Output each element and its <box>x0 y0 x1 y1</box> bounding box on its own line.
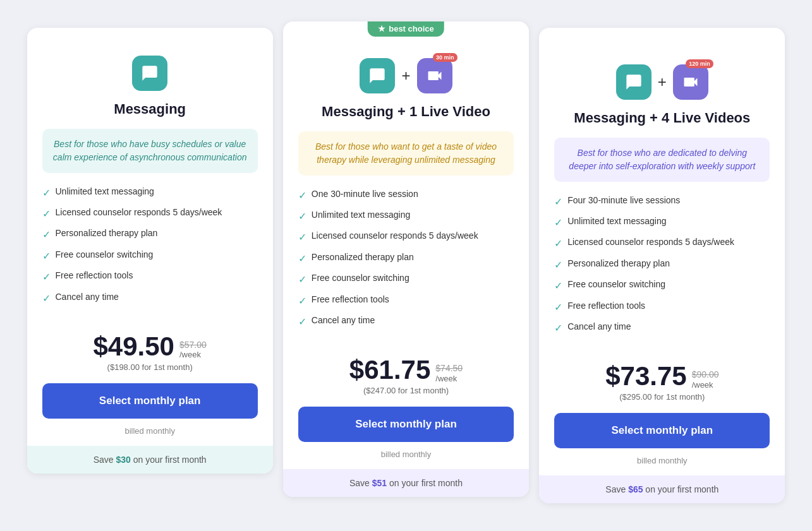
plan-icon <box>42 56 258 91</box>
feature-item: ✓ Free counselor switching <box>42 249 258 263</box>
feature-text: Licensed counselor responds 5 days/week <box>56 206 222 219</box>
check-icon: ✓ <box>42 292 51 306</box>
feature-item: ✓ Personalized therapy plan <box>554 258 770 272</box>
feature-text: Personalized therapy plan <box>312 251 414 264</box>
feature-text: Unlimited text messaging <box>567 215 666 228</box>
feature-text: Licensed counselor responds 5 days/week <box>312 230 478 242</box>
feature-item: ✓ Cancel any time <box>298 314 514 329</box>
feature-item: ✓ Four 30-minute live sessions <box>554 194 770 209</box>
best-choice-badge: ★ best choice <box>368 21 444 37</box>
price-row: $61.75 $74.50 /week <box>298 357 514 383</box>
plan-card-messaging-video-4: + 120 min Messaging + 4 Live Videos Best… <box>539 28 785 504</box>
features-list: ✓ Four 30-minute live sessions ✓ Unlimit… <box>554 194 770 342</box>
price-main: $73.75 <box>605 363 686 390</box>
price-strikethrough: $90.00 <box>692 369 719 380</box>
feature-text: Unlimited text messaging <box>56 186 154 198</box>
price-monthly: ($295.00 for 1st month) <box>554 392 770 402</box>
save-amount: $30 <box>116 455 130 465</box>
feature-item: ✓ Unlimited text messaging <box>298 209 514 224</box>
video-icon-box: 30 min <box>417 58 452 93</box>
feature-item: ✓ Personalized therapy plan <box>42 227 258 242</box>
price-per-week: /week <box>692 380 713 390</box>
feature-item: ✓ Licensed counselor responds 5 days/wee… <box>42 206 258 221</box>
plan-icons: + 120 min <box>554 64 770 100</box>
minutes-badge: 30 min <box>433 53 458 62</box>
plan-description: Best for those who have busy schedules o… <box>42 129 258 173</box>
billed-text: billed monthly <box>42 426 258 436</box>
billed-text: billed monthly <box>554 456 770 465</box>
check-icon: ✓ <box>298 252 306 266</box>
billed-text: billed monthly <box>298 450 514 459</box>
feature-item: ✓ One 30-minute live session <box>298 188 514 203</box>
select-monthly-plan-button[interactable]: Select monthly plan <box>554 413 770 448</box>
feature-text: Licensed counselor responds 5 days/week <box>567 236 734 249</box>
check-icon: ✓ <box>554 258 562 272</box>
save-banner: Save $65 on your first month <box>539 475 785 503</box>
check-icon: ✓ <box>298 230 306 244</box>
price-strikethrough: $57.00 <box>179 340 207 350</box>
check-icon: ✓ <box>554 321 562 335</box>
feature-text: Cancel any time <box>56 291 119 304</box>
check-icon: ✓ <box>42 249 51 263</box>
feature-text: Free reflection tools <box>56 270 133 282</box>
price-row: $49.50 $57.00 /week <box>42 333 258 360</box>
feature-text: Four 30-minute live sessions <box>567 194 680 207</box>
best-choice-label: best choice <box>389 24 434 33</box>
message-icon-box <box>616 64 651 100</box>
price-monthly: ($198.00 for 1st month) <box>42 362 258 372</box>
save-banner: Save $30 on your first month <box>27 446 273 474</box>
plans-container: Messaging Best for those who have busy s… <box>27 28 785 504</box>
plan-card-messaging-video-1: ★ best choice + 30 min Messaging + 1 Liv… <box>283 21 529 498</box>
check-icon: ✓ <box>298 189 306 203</box>
feature-item: ✓ Unlimited text messaging <box>554 215 770 230</box>
message-icon-box <box>360 58 395 93</box>
plan-icons: + 30 min <box>298 58 514 93</box>
price-monthly: ($247.00 for 1st month) <box>298 386 514 395</box>
plan-description: Best for those who are dedicated to delv… <box>554 138 770 182</box>
price-per-week: /week <box>179 350 201 360</box>
check-icon: ✓ <box>42 207 51 221</box>
star-icon: ★ <box>378 24 385 33</box>
features-list: ✓ Unlimited text messaging ✓ Licensed co… <box>42 186 258 312</box>
feature-text: Cancel any time <box>312 314 375 327</box>
feature-item: ✓ Cancel any time <box>42 291 258 306</box>
feature-item: ✓ Licensed counselor responds 5 days/wee… <box>554 236 770 251</box>
price-original: $57.00 /week <box>179 340 207 360</box>
check-icon: ✓ <box>298 315 306 329</box>
check-icon: ✓ <box>554 301 562 314</box>
feature-text: Free reflection tools <box>567 300 645 313</box>
check-icon: ✓ <box>554 216 562 230</box>
plan-title: Messaging + 1 Live Video <box>298 104 514 120</box>
pricing-section: $49.50 $57.00 /week ($198.00 for 1st mon… <box>42 327 258 446</box>
minutes-badge: 120 min <box>686 59 713 68</box>
features-list: ✓ One 30-minute live session ✓ Unlimited… <box>298 188 514 336</box>
plus-icon: + <box>658 73 667 91</box>
check-icon: ✓ <box>42 186 51 200</box>
feature-item: ✓ Cancel any time <box>554 321 770 335</box>
video-icon-box: 120 min <box>673 64 708 100</box>
feature-text: One 30-minute live session <box>312 188 418 201</box>
price-per-week: /week <box>435 374 457 384</box>
select-monthly-plan-button[interactable]: Select monthly plan <box>298 407 514 442</box>
check-icon: ✓ <box>554 279 562 293</box>
price-row: $73.75 $90.00 /week <box>554 363 770 390</box>
pricing-section: $73.75 $90.00 /week ($295.00 for 1st mon… <box>554 357 770 475</box>
check-icon: ✓ <box>42 228 51 242</box>
price-main: $49.50 <box>94 333 174 360</box>
feature-item: ✓ Personalized therapy plan <box>298 251 514 266</box>
save-banner: Save $51 on your first month <box>283 469 529 497</box>
check-icon: ✓ <box>298 294 306 308</box>
feature-text: Unlimited text messaging <box>312 209 410 222</box>
feature-item: ✓ Free reflection tools <box>42 270 258 284</box>
plan-title: Messaging + 4 Live Videos <box>554 110 770 126</box>
plan-title: Messaging <box>42 101 258 117</box>
price-original: $74.50 /week <box>435 363 463 383</box>
feature-text: Free reflection tools <box>312 294 389 306</box>
select-monthly-plan-button[interactable]: Select monthly plan <box>42 383 258 419</box>
check-icon: ✓ <box>554 237 562 251</box>
message-icon-box <box>132 56 167 91</box>
feature-text: Cancel any time <box>567 321 631 333</box>
feature-text: Free counselor switching <box>567 278 665 291</box>
plan-card-messaging: Messaging Best for those who have busy s… <box>27 28 273 474</box>
feature-text: Personalized therapy plan <box>56 227 158 240</box>
